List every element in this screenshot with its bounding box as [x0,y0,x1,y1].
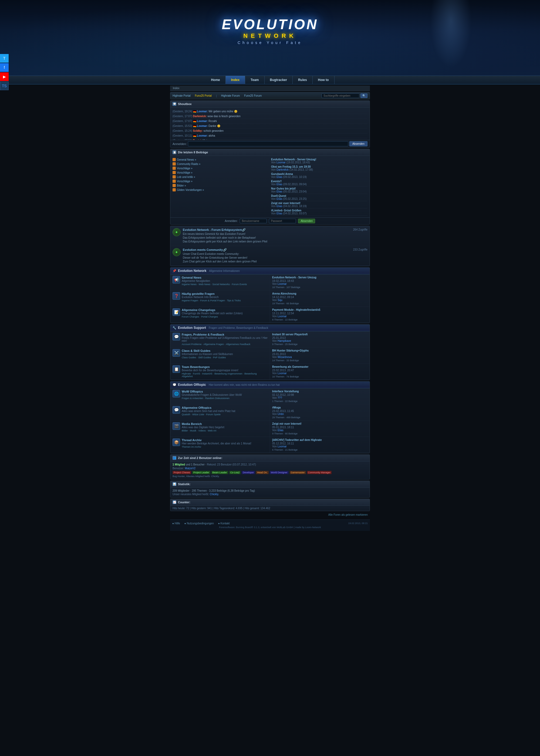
sub-portal-changes[interactable]: Portal Changes [201,315,218,318]
sub-web-news[interactable]: Web News [199,283,210,286]
newest-member[interactable]: Chickly. [210,493,219,496]
sub-allgemeine-fragen[interactable]: Allgemeine Fragen [203,343,224,346]
funx25-forum-link[interactable]: Funx25 Forum [244,94,262,97]
forum-cat-name-faq[interactable]: Häufig gestellte Fragen [182,292,268,295]
sub-funx5[interactable]: FunX5 [193,372,201,375]
info-title-erfolgssystem[interactable]: Evolution Network - Forum Erfolgssystem🔗 [183,228,351,232]
login-button[interactable]: Absenden [298,219,315,223]
sub-random-diskussionen[interactable]: Random Diskussionen [205,397,229,400]
nav-rules[interactable]: Rules [293,76,313,84]
post-link-gilden[interactable]: Gilden Vorstellungen » [177,189,204,191]
forum-left-class-skill: ⚔️ Class & Skill Guides Informationen zu… [170,347,270,363]
flp-title-bewerbungen[interactable]: Bewerbung als Gamemaster [272,365,367,368]
nav-team[interactable]: Team [245,76,264,84]
sub-ingame-news[interactable]: Ingame News [182,283,197,286]
sub-highrate[interactable]: Highrate [182,372,191,375]
sub-class-guides[interactable]: Class Guides [182,356,196,359]
flp-title-general-news[interactable]: Evolution Network - Server Umzug [272,276,367,279]
sub-quatsth[interactable]: Quatsth [182,413,190,416]
shoutbox-input[interactable] [188,141,348,146]
forum-cat-name-media[interactable]: Media Bereich [182,422,268,426]
sub-bewerbung-angenommen[interactable]: Bewerbung Angenommen [214,372,242,375]
search-input[interactable] [322,93,359,98]
sub-tips-tricks[interactable]: Tips & Tricks [227,299,240,302]
flp-title-media[interactable]: Zeigt mir euer Internet! [272,422,367,425]
sub-allgemeines-feedback[interactable]: Allgemeines Feedback [226,343,250,346]
sub-witze[interactable]: Witze Liste [192,413,204,416]
search-button[interactable]: 🔍 [360,93,367,98]
sub-ingame-fragen[interactable]: Ingame Fragen [182,299,198,302]
facebook-icon[interactable]: f [0,63,9,72]
sub-videos[interactable]: Videos [199,429,206,432]
post-link-lob-kritik[interactable]: Lob und kritik » [177,176,195,179]
sub-instantx5[interactable]: InstantX5 [202,372,212,375]
teamspeak-icon[interactable]: TS [0,81,9,90]
shoutbox-submit-button[interactable]: Absenden [349,141,367,146]
flp-title-faq[interactable]: Arena Abrechnung [272,292,367,295]
footer-nutzungsbedingungen[interactable]: ● Nutzungsbedingungen [185,522,214,525]
sub-forum-spiele[interactable]: Forum Spiele [206,413,221,416]
forum-cat-name-wow-offtopic[interactable]: WoW Offtopics [182,390,268,393]
forum-cat-name-allgemeine-offtopic[interactable]: Allgemeine Offtopics [182,406,268,409]
forum-right-bewerbungen: Bewerbung als Gamemaster 23.02.2013, 20:… [270,364,370,380]
info-title-community[interactable]: Evolution meets Community🔗 [183,248,351,252]
flp-title-feedback[interactable]: Instant 30 server Playertrefi [272,333,367,336]
forum-left-feedback: 💬 Fragen, Probleme & Feedback Freies Fra… [170,331,270,347]
online-user: Benutzer: MatzeV2 [173,467,367,470]
flp-title-archiv[interactable]: [ARCHIV] Todesritter auf dem Highrate [272,439,367,441]
nav-bugtracker[interactable]: Bugtracker [265,76,293,84]
sub-bilder[interactable]: Bilder [182,429,188,432]
post-dot [173,180,176,183]
forum-cat-name-feedback[interactable]: Fragen, Probleme & Feedback [182,333,268,336]
sub-fragen-antworten[interactable]: Fragen & Antworten [182,397,203,400]
sub-account-probleme[interactable]: Account Probleme [182,343,202,346]
flp-title-wow-offtopic[interactable]: Interface Vorstellung [272,390,367,393]
forum-cat-sub-allgemeine-offtopic: Quatsth · Witze Liste · Forum Spiele [182,413,268,416]
username-input[interactable] [240,219,267,223]
nav-howto[interactable]: How to [313,76,335,84]
sub-skill-guides[interactable]: Skill Guides [198,356,211,359]
twitter-icon[interactable]: T [0,54,9,63]
forum-last-post-faq: Arena Abrechnung 14.12.2012, 09:14Von Sq… [272,292,367,305]
flp-title-allgemeine-offtopic[interactable]: #Moga [272,406,367,409]
nav-home[interactable]: Home [205,76,225,84]
online-username[interactable]: MatzeV2 [185,467,196,470]
sub-forum-changes[interactable]: Forum Changes [182,315,199,318]
highrate-forum-link[interactable]: Highrate Forum [221,94,240,97]
nav-index[interactable]: Index [226,76,245,84]
sub-musik[interactable]: Musik [190,429,197,432]
forum-cat-sub-media: Bilder · Musik · Videos · Web Art [182,429,268,432]
funx25-portal-link[interactable]: Funx25 Portal [195,94,212,97]
forum-cat-name-class-skill[interactable]: Class & Skill Guides [182,349,268,352]
highrate-portal-link[interactable]: Highrate Portal [173,94,191,97]
forum-cat-name-bewerbungen[interactable]: Team Bewerbungen [182,365,268,369]
forum-cat-name-changelogs[interactable]: Allgemeine Changelogs [182,308,268,312]
sub-web-art[interactable]: Web Art [207,429,216,432]
shoutbox-icon: 💬 [173,102,176,106]
sub-forum-portal-fragen[interactable]: Forum & Portal Fragen [201,299,225,302]
sub-forum-events[interactable]: Forum Events [232,283,247,286]
password-input[interactable] [269,219,296,223]
list-item: #Limited- Grüst GrüßenVon Elias (04.02.2… [271,208,367,216]
footer-hilfe[interactable]: ● Hilfe [172,522,180,525]
flp-title-changelogs[interactable]: Payment Module - Highrate/Instant/x5 [272,308,367,311]
footer-kontakt[interactable]: ● Kontakt [218,522,230,525]
last-posts-header: 📋 Die letzten 8 Beiträge [170,149,370,156]
forum-cat-name-general-news[interactable]: General News [182,276,268,279]
post-link-vorschlaege-2[interactable]: Vorschläge » [177,171,193,174]
role-co-lea: Co-Lea2 [229,471,241,474]
post-link-vorschlaege-1[interactable]: Vorschläge » [177,167,193,170]
sub-pvp-guides[interactable]: PvP Guides [213,356,226,359]
sub-social-networks[interactable]: Social Networks [212,283,230,286]
post-link-general-news[interactable]: General News » [177,158,196,161]
flp-title-class-skill[interactable]: BH Hunter Stärkung+Glyphs [272,349,367,352]
youtube-icon[interactable]: ▶ [0,72,9,81]
post-link-vorschlaege-3[interactable]: Vorschläge » [177,180,193,183]
post-link-bilder[interactable]: Bilder » [177,184,186,187]
forum-cat-name-archiv[interactable]: Thread Archiv [182,439,268,442]
all-read-link[interactable]: Alle Foren als gelesen markieren [328,513,368,516]
forum-section-title-support: Evolution Support [178,326,206,330]
sub-themen-archiv[interactable]: Themen im Archiv [182,445,201,448]
flp-meta-wow-offtopic: 02.12.2012, 10:98Von ??? [272,393,367,399]
post-link-community-raids[interactable]: Community Raids » [177,163,201,166]
